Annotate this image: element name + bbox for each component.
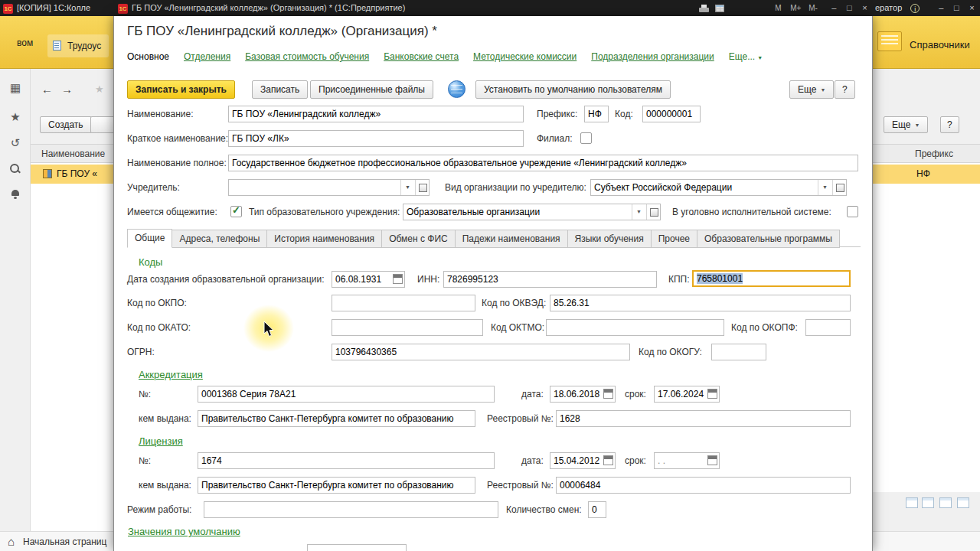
accreditation-term-input[interactable]: 17.06.2024 bbox=[654, 386, 720, 403]
okato-input[interactable] bbox=[332, 319, 483, 336]
modal-titlebar[interactable]: 1СГБ ПОУ «Ленинградский колледж» (Органи… bbox=[113, 0, 873, 16]
nav-org-subdivisions[interactable]: Подразделения организации bbox=[591, 51, 714, 62]
code-input[interactable]: 000000001 bbox=[642, 106, 701, 122]
dropdown-icon[interactable]: ▼ bbox=[632, 204, 645, 220]
tab-obshchie[interactable]: Общие bbox=[127, 229, 172, 248]
accreditation-registry-input[interactable]: 1628 bbox=[556, 410, 851, 427]
okved-input[interactable]: 85.26.31 bbox=[550, 295, 851, 311]
list-body[interactable] bbox=[31, 163, 113, 531]
table-nav-icon[interactable] bbox=[922, 497, 934, 508]
nav-method-commissions[interactable]: Методические комиссии bbox=[473, 51, 577, 62]
dormitory-checkbox[interactable]: ✓ bbox=[230, 206, 242, 217]
attached-files-button[interactable]: Присоединенные файлы bbox=[310, 80, 433, 99]
home-page-label[interactable]: Начальная страниц bbox=[23, 532, 106, 551]
notifications-bell-icon[interactable] bbox=[11, 190, 20, 199]
kpp-input[interactable]: 765801001 bbox=[692, 270, 851, 287]
calendar-icon[interactable] bbox=[603, 455, 613, 465]
pin-star-icon[interactable]: ★ bbox=[95, 83, 104, 95]
selected-list-row[interactable]: ГБ ПОУ « bbox=[31, 165, 113, 184]
save-button[interactable]: Записать bbox=[252, 80, 308, 99]
short-name-input[interactable]: ГБ ПОУ «ЛК» bbox=[228, 130, 524, 147]
table-nav-icon[interactable] bbox=[939, 497, 952, 508]
dropdown-icon[interactable]: ▼ bbox=[818, 180, 831, 195]
license-term-input[interactable]: . . bbox=[654, 452, 720, 469]
table-icon[interactable] bbox=[715, 5, 724, 12]
open-icon[interactable] bbox=[646, 204, 660, 220]
okopf-input[interactable] bbox=[805, 319, 851, 336]
bg-close-button[interactable]: × bbox=[965, 0, 978, 16]
edu-type-combo[interactable]: Образовательные организации▼ bbox=[403, 204, 661, 220]
accreditation-issued-input[interactable]: Правительство Санкт-Петербурга комитет п… bbox=[198, 410, 475, 427]
favorites-star-icon[interactable]: ★ bbox=[0, 110, 31, 124]
nav-base-cost[interactable]: Базовая стоимость обучения bbox=[245, 51, 369, 62]
memory-mminus-button[interactable]: M- bbox=[807, 0, 819, 16]
home-icon[interactable]: ⌂ bbox=[8, 532, 15, 551]
full-name-input[interactable]: Государственное бюджетное профессиональн… bbox=[228, 155, 858, 171]
table-nav-icon[interactable] bbox=[957, 497, 969, 508]
ogrn-input[interactable]: 103796430365 bbox=[332, 344, 630, 360]
more-button[interactable]: Еще▼ bbox=[789, 80, 834, 99]
accreditation-section-header[interactable]: Аккредитация bbox=[139, 369, 203, 380]
tab-adresa[interactable]: Адреса, телефоны bbox=[172, 230, 267, 248]
calendar-icon[interactable] bbox=[707, 455, 717, 465]
close-button[interactable]: × bbox=[858, 0, 871, 16]
penal-checkbox[interactable] bbox=[847, 206, 858, 217]
minimize-button[interactable]: – bbox=[828, 0, 841, 16]
ribbon-tab-trudoustroystvo[interactable]: Трудоус bbox=[47, 34, 109, 57]
spravochniki-label[interactable]: Справочники bbox=[910, 39, 970, 51]
nav-otdeleniya[interactable]: Отделения bbox=[184, 51, 230, 62]
bg-minimize-button[interactable]: – bbox=[935, 0, 948, 16]
open-icon[interactable] bbox=[832, 180, 846, 195]
column-header-name[interactable]: Наименование bbox=[31, 144, 113, 163]
history-icon[interactable]: ↺ bbox=[0, 136, 31, 150]
help-button[interactable]: ? bbox=[835, 80, 855, 99]
memory-m-button[interactable]: M bbox=[772, 0, 784, 16]
name-input[interactable]: ГБ ПОУ «Ленинградский колледж» bbox=[228, 106, 524, 122]
save-and-close-button[interactable]: Записать и закрыть bbox=[127, 80, 235, 99]
calendar-icon[interactable] bbox=[603, 389, 613, 399]
license-registry-input[interactable]: 00006484 bbox=[556, 477, 851, 494]
founder-combo[interactable]: ▼ bbox=[228, 179, 430, 196]
accreditation-date-input[interactable]: 18.06.2018 bbox=[550, 386, 616, 403]
menu-icon[interactable]: ▦ bbox=[0, 81, 31, 95]
search-icon[interactable] bbox=[10, 164, 21, 174]
inn-input[interactable]: 7826995123 bbox=[443, 271, 657, 288]
bg-more-button[interactable]: Еще▼ bbox=[884, 116, 928, 133]
prefix-input[interactable]: НФ bbox=[584, 106, 609, 122]
tab-obmen-fis[interactable]: Обмен с ФИС bbox=[382, 230, 456, 248]
tab-prochee[interactable]: Прочее bbox=[652, 230, 697, 248]
info-icon[interactable]: i bbox=[910, 4, 920, 13]
nav-more[interactable]: Еще...▼ bbox=[729, 51, 763, 62]
column-header-prefix[interactable]: Префикс bbox=[873, 144, 980, 163]
oktmo-input[interactable] bbox=[546, 319, 724, 336]
forward-arrow-icon[interactable]: → bbox=[61, 83, 73, 96]
tab-istoriya[interactable]: История наименования bbox=[267, 230, 382, 248]
print-icon[interactable] bbox=[699, 5, 709, 13]
nav-main[interactable]: Основное bbox=[127, 51, 169, 62]
set-default-users-button[interactable]: Установить по умолчанию пользователям bbox=[475, 80, 671, 99]
nav-bank-accounts[interactable]: Банковские счета bbox=[384, 51, 459, 62]
license-issued-input[interactable]: Правительство Санкт-Петербурга комитет п… bbox=[198, 477, 475, 494]
license-section-header[interactable]: Лицензия bbox=[139, 435, 183, 447]
table-nav-icon[interactable] bbox=[906, 497, 918, 508]
shifts-input[interactable]: 0 bbox=[588, 501, 606, 518]
license-date-input[interactable]: 15.04.2012 bbox=[550, 452, 616, 469]
defaults-partial-input[interactable] bbox=[307, 544, 407, 551]
work-mode-input[interactable] bbox=[204, 501, 498, 518]
globe-icon[interactable] bbox=[448, 80, 466, 98]
dropdown-icon[interactable]: ▼ bbox=[400, 180, 414, 195]
calendar-icon[interactable] bbox=[707, 389, 717, 399]
defaults-section-header[interactable]: Значения по умолчанию bbox=[128, 526, 240, 537]
selected-row-prefix[interactable]: НФ bbox=[873, 165, 980, 184]
create-button[interactable]: Создать bbox=[40, 116, 92, 133]
okpo-input[interactable] bbox=[332, 295, 475, 311]
maximize-button[interactable]: □ bbox=[843, 0, 856, 16]
list-body-right[interactable] bbox=[873, 163, 980, 492]
license-num-input[interactable]: 1674 bbox=[198, 452, 495, 469]
open-icon[interactable] bbox=[415, 180, 429, 195]
tab-obr-programmy[interactable]: Образовательные программы bbox=[697, 230, 840, 248]
memory-mplus-button[interactable]: M+ bbox=[789, 0, 802, 16]
branch-checkbox[interactable] bbox=[580, 132, 592, 144]
bg-help-button[interactable]: ? bbox=[940, 116, 959, 133]
creation-date-input[interactable]: 06.08.1931 bbox=[332, 271, 405, 288]
